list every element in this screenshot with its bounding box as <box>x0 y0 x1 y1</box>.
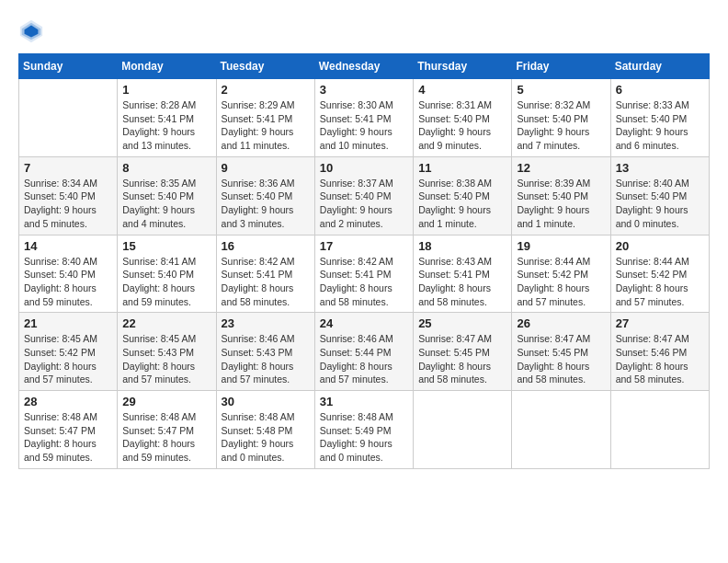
day-info: Sunrise: 8:48 AMSunset: 5:47 PMDaylight:… <box>122 410 210 465</box>
day-number: 24 <box>320 316 408 330</box>
day-info: Sunrise: 8:31 AMSunset: 5:40 PMDaylight:… <box>418 98 506 153</box>
day-info: Sunrise: 8:37 AMSunset: 5:40 PMDaylight:… <box>320 177 408 231</box>
day-info: Sunrise: 8:47 AMSunset: 5:45 PMDaylight:… <box>517 332 605 386</box>
day-info: Sunrise: 8:44 AMSunset: 5:42 PMDaylight:… <box>517 255 605 309</box>
calendar-week-row: 7Sunrise: 8:34 AMSunset: 5:40 PMDaylight… <box>19 156 710 235</box>
day-number: 6 <box>616 83 704 97</box>
day-header-tuesday: Tuesday <box>216 54 314 79</box>
day-info: Sunrise: 8:48 AMSunset: 5:49 PMDaylight:… <box>320 410 408 465</box>
day-number: 4 <box>418 83 506 97</box>
calendar-cell: 29Sunrise: 8:48 AMSunset: 5:47 PMDayligh… <box>118 391 216 469</box>
calendar-cell <box>512 391 610 469</box>
calendar-cell: 13Sunrise: 8:40 AMSunset: 5:40 PMDayligh… <box>610 156 709 235</box>
day-info: Sunrise: 8:43 AMSunset: 5:41 PMDaylight:… <box>418 255 506 309</box>
day-header-monday: Monday <box>118 54 216 79</box>
calendar-cell: 23Sunrise: 8:46 AMSunset: 5:43 PMDayligh… <box>216 313 314 391</box>
day-number: 11 <box>418 161 506 175</box>
calendar-cell: 9Sunrise: 8:36 AMSunset: 5:40 PMDaylight… <box>216 156 314 235</box>
day-info: Sunrise: 8:45 AMSunset: 5:42 PMDaylight:… <box>24 332 112 386</box>
day-number: 22 <box>122 316 210 330</box>
day-number: 17 <box>320 239 408 253</box>
calendar-cell: 18Sunrise: 8:43 AMSunset: 5:41 PMDayligh… <box>414 235 512 313</box>
day-number: 12 <box>517 161 605 175</box>
calendar-cell: 16Sunrise: 8:42 AMSunset: 5:41 PMDayligh… <box>216 235 314 313</box>
day-header-saturday: Saturday <box>610 54 709 79</box>
day-info: Sunrise: 8:47 AMSunset: 5:45 PMDaylight:… <box>418 332 506 386</box>
day-header-friday: Friday <box>512 54 610 79</box>
day-info: Sunrise: 8:40 AMSunset: 5:40 PMDaylight:… <box>24 255 112 309</box>
day-info: Sunrise: 8:48 AMSunset: 5:48 PMDaylight:… <box>222 410 310 465</box>
day-info: Sunrise: 8:32 AMSunset: 5:40 PMDaylight:… <box>517 98 605 153</box>
day-info: Sunrise: 8:47 AMSunset: 5:46 PMDaylight:… <box>616 332 704 386</box>
day-info: Sunrise: 8:42 AMSunset: 5:41 PMDaylight:… <box>320 255 408 309</box>
calendar-cell <box>19 79 118 157</box>
calendar-cell: 19Sunrise: 8:44 AMSunset: 5:42 PMDayligh… <box>512 235 610 313</box>
day-number: 23 <box>222 316 310 330</box>
calendar-cell: 15Sunrise: 8:41 AMSunset: 5:40 PMDayligh… <box>118 235 216 313</box>
calendar-cell: 17Sunrise: 8:42 AMSunset: 5:41 PMDayligh… <box>314 235 413 313</box>
calendar-cell: 2Sunrise: 8:29 AMSunset: 5:41 PMDaylight… <box>216 79 314 157</box>
calendar-cell: 31Sunrise: 8:48 AMSunset: 5:49 PMDayligh… <box>314 391 413 469</box>
day-info: Sunrise: 8:41 AMSunset: 5:40 PMDaylight:… <box>122 255 210 309</box>
day-number: 16 <box>222 239 310 253</box>
day-number: 27 <box>616 316 704 330</box>
calendar-week-row: 1Sunrise: 8:28 AMSunset: 5:41 PMDaylight… <box>19 79 710 157</box>
day-info: Sunrise: 8:44 AMSunset: 5:42 PMDaylight:… <box>616 255 704 309</box>
day-info: Sunrise: 8:42 AMSunset: 5:41 PMDaylight:… <box>222 255 310 309</box>
day-number: 15 <box>122 239 210 253</box>
calendar-cell: 10Sunrise: 8:37 AMSunset: 5:40 PMDayligh… <box>314 156 413 235</box>
day-info: Sunrise: 8:46 AMSunset: 5:43 PMDaylight:… <box>222 332 310 386</box>
calendar-cell: 24Sunrise: 8:46 AMSunset: 5:44 PMDayligh… <box>314 313 413 391</box>
calendar-cell: 27Sunrise: 8:47 AMSunset: 5:46 PMDayligh… <box>610 313 709 391</box>
calendar-cell: 7Sunrise: 8:34 AMSunset: 5:40 PMDaylight… <box>19 156 118 235</box>
day-number: 31 <box>320 395 408 408</box>
day-number: 19 <box>517 239 605 253</box>
day-number: 13 <box>616 161 704 175</box>
day-info: Sunrise: 8:29 AMSunset: 5:41 PMDaylight:… <box>222 98 310 153</box>
calendar-table: SundayMondayTuesdayWednesdayThursdayFrid… <box>18 53 710 469</box>
day-info: Sunrise: 8:36 AMSunset: 5:40 PMDaylight:… <box>222 177 310 231</box>
calendar-week-row: 21Sunrise: 8:45 AMSunset: 5:42 PMDayligh… <box>19 313 710 391</box>
day-info: Sunrise: 8:35 AMSunset: 5:40 PMDaylight:… <box>122 177 210 231</box>
calendar-cell: 4Sunrise: 8:31 AMSunset: 5:40 PMDaylight… <box>414 79 512 157</box>
calendar-week-row: 14Sunrise: 8:40 AMSunset: 5:40 PMDayligh… <box>19 235 710 313</box>
day-info: Sunrise: 8:39 AMSunset: 5:40 PMDaylight:… <box>517 177 605 231</box>
day-number: 3 <box>320 83 408 97</box>
day-info: Sunrise: 8:28 AMSunset: 5:41 PMDaylight:… <box>122 98 210 153</box>
day-header-thursday: Thursday <box>414 54 512 79</box>
day-info: Sunrise: 8:30 AMSunset: 5:41 PMDaylight:… <box>320 98 408 153</box>
day-number: 21 <box>24 316 112 330</box>
calendar-cell: 8Sunrise: 8:35 AMSunset: 5:40 PMDaylight… <box>118 156 216 235</box>
day-number: 5 <box>517 83 605 97</box>
day-number: 25 <box>418 316 506 330</box>
day-info: Sunrise: 8:45 AMSunset: 5:43 PMDaylight:… <box>122 332 210 386</box>
calendar-cell: 25Sunrise: 8:47 AMSunset: 5:45 PMDayligh… <box>414 313 512 391</box>
day-number: 8 <box>122 161 210 175</box>
calendar-cell: 28Sunrise: 8:48 AMSunset: 5:47 PMDayligh… <box>19 391 118 469</box>
logo-icon <box>18 18 44 44</box>
day-number: 26 <box>517 316 605 330</box>
day-number: 28 <box>24 395 112 408</box>
calendar-cell <box>414 391 512 469</box>
calendar-cell: 30Sunrise: 8:48 AMSunset: 5:48 PMDayligh… <box>216 391 314 469</box>
calendar-cell <box>610 391 709 469</box>
day-number: 2 <box>222 83 310 97</box>
calendar-cell: 26Sunrise: 8:47 AMSunset: 5:45 PMDayligh… <box>512 313 610 391</box>
day-number: 10 <box>320 161 408 175</box>
day-info: Sunrise: 8:40 AMSunset: 5:40 PMDaylight:… <box>616 177 704 231</box>
day-number: 9 <box>222 161 310 175</box>
day-number: 29 <box>122 395 210 408</box>
logo <box>18 18 48 44</box>
calendar-cell: 21Sunrise: 8:45 AMSunset: 5:42 PMDayligh… <box>19 313 118 391</box>
calendar-cell: 14Sunrise: 8:40 AMSunset: 5:40 PMDayligh… <box>19 235 118 313</box>
calendar-week-row: 28Sunrise: 8:48 AMSunset: 5:47 PMDayligh… <box>19 391 710 469</box>
day-info: Sunrise: 8:34 AMSunset: 5:40 PMDaylight:… <box>24 177 112 231</box>
day-header-sunday: Sunday <box>19 54 118 79</box>
day-number: 1 <box>122 83 210 97</box>
day-info: Sunrise: 8:38 AMSunset: 5:40 PMDaylight:… <box>418 177 506 231</box>
calendar-cell: 6Sunrise: 8:33 AMSunset: 5:40 PMDaylight… <box>610 79 709 157</box>
calendar-cell: 5Sunrise: 8:32 AMSunset: 5:40 PMDaylight… <box>512 79 610 157</box>
calendar-cell: 22Sunrise: 8:45 AMSunset: 5:43 PMDayligh… <box>118 313 216 391</box>
calendar-header-row: SundayMondayTuesdayWednesdayThursdayFrid… <box>19 54 710 79</box>
calendar-cell: 1Sunrise: 8:28 AMSunset: 5:41 PMDaylight… <box>118 79 216 157</box>
